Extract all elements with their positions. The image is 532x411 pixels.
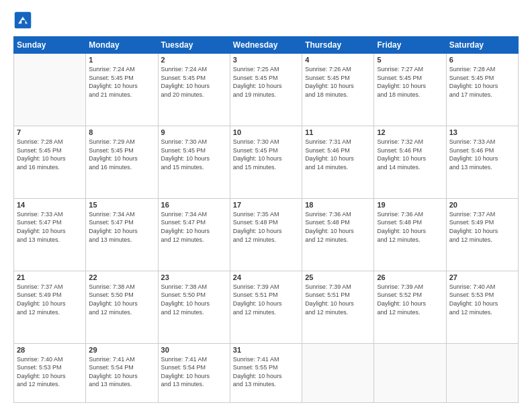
calendar-cell: 26Sunrise: 7:39 AM Sunset: 5:52 PM Dayli…: [374, 271, 446, 343]
calendar-table: SundayMondayTuesdayWednesdayThursdayFrid…: [13, 36, 519, 403]
day-info: Sunrise: 7:30 AM Sunset: 5:45 PM Dayligh…: [233, 138, 299, 171]
day-number: 12: [377, 128, 443, 136]
calendar-cell: 3Sunrise: 7:25 AM Sunset: 5:45 PM Daylig…: [230, 54, 302, 126]
day-number: 30: [161, 346, 227, 354]
logo-icon: [13, 11, 32, 30]
day-number: 2: [161, 56, 227, 64]
day-info: Sunrise: 7:32 AM Sunset: 5:46 PM Dayligh…: [377, 138, 443, 171]
weekday-header-thursday: Thursday: [302, 37, 374, 54]
day-info: Sunrise: 7:37 AM Sunset: 5:49 PM Dayligh…: [449, 210, 515, 244]
calendar-cell: 11Sunrise: 7:31 AM Sunset: 5:46 PM Dayli…: [302, 126, 374, 198]
day-info: Sunrise: 7:27 AM Sunset: 5:45 PM Dayligh…: [377, 65, 443, 99]
day-info: Sunrise: 7:26 AM Sunset: 5:45 PM Dayligh…: [305, 65, 371, 99]
calendar-cell: 13Sunrise: 7:33 AM Sunset: 5:46 PM Dayli…: [446, 126, 518, 198]
calendar-cell: 23Sunrise: 7:38 AM Sunset: 5:50 PM Dayli…: [158, 271, 230, 343]
day-number: 7: [17, 128, 83, 136]
weekday-header-sunday: Sunday: [14, 37, 86, 54]
day-number: 28: [17, 346, 83, 354]
calendar-week-row: 14Sunrise: 7:33 AM Sunset: 5:47 PM Dayli…: [14, 198, 519, 271]
svg-rect-2: [21, 20, 25, 25]
day-info: Sunrise: 7:34 AM Sunset: 5:47 PM Dayligh…: [161, 210, 227, 244]
calendar-cell: 12Sunrise: 7:32 AM Sunset: 5:46 PM Dayli…: [374, 126, 446, 198]
weekday-header-friday: Friday: [374, 37, 446, 54]
day-info: Sunrise: 7:24 AM Sunset: 5:45 PM Dayligh…: [89, 65, 154, 99]
day-number: 4: [305, 56, 371, 64]
day-info: Sunrise: 7:36 AM Sunset: 5:48 PM Dayligh…: [377, 210, 443, 244]
weekday-header-wednesday: Wednesday: [230, 37, 302, 54]
calendar-cell: [14, 54, 86, 126]
calendar-week-row: 7Sunrise: 7:28 AM Sunset: 5:45 PM Daylig…: [14, 126, 519, 198]
calendar-cell: [302, 343, 374, 402]
day-info: Sunrise: 7:28 AM Sunset: 5:45 PM Dayligh…: [449, 65, 515, 99]
day-number: 31: [233, 346, 299, 354]
day-info: Sunrise: 7:37 AM Sunset: 5:49 PM Dayligh…: [17, 283, 83, 316]
day-number: 15: [89, 201, 154, 209]
day-info: Sunrise: 7:35 AM Sunset: 5:48 PM Dayligh…: [233, 210, 299, 244]
calendar-cell: 30Sunrise: 7:41 AM Sunset: 5:54 PM Dayli…: [158, 343, 230, 402]
calendar-cell: 29Sunrise: 7:41 AM Sunset: 5:54 PM Dayli…: [86, 343, 158, 402]
header: [13, 11, 519, 30]
calendar-cell: 17Sunrise: 7:35 AM Sunset: 5:48 PM Dayli…: [230, 198, 302, 271]
day-info: Sunrise: 7:34 AM Sunset: 5:47 PM Dayligh…: [89, 210, 154, 244]
day-info: Sunrise: 7:41 AM Sunset: 5:54 PM Dayligh…: [89, 355, 154, 389]
day-number: 18: [305, 201, 371, 209]
calendar-cell: 10Sunrise: 7:30 AM Sunset: 5:45 PM Dayli…: [230, 126, 302, 198]
calendar-cell: 14Sunrise: 7:33 AM Sunset: 5:47 PM Dayli…: [14, 198, 86, 271]
calendar-cell: 16Sunrise: 7:34 AM Sunset: 5:47 PM Dayli…: [158, 198, 230, 271]
calendar-week-row: 28Sunrise: 7:40 AM Sunset: 5:53 PM Dayli…: [14, 343, 519, 402]
weekday-header-saturday: Saturday: [446, 37, 518, 54]
day-info: Sunrise: 7:41 AM Sunset: 5:55 PM Dayligh…: [233, 355, 299, 389]
calendar-week-row: 1Sunrise: 7:24 AM Sunset: 5:45 PM Daylig…: [14, 54, 519, 126]
day-number: 11: [305, 128, 371, 136]
calendar-week-row: 21Sunrise: 7:37 AM Sunset: 5:49 PM Dayli…: [14, 271, 519, 343]
calendar-cell: 18Sunrise: 7:36 AM Sunset: 5:48 PM Dayli…: [302, 198, 374, 271]
calendar-cell: 2Sunrise: 7:24 AM Sunset: 5:45 PM Daylig…: [158, 54, 230, 126]
day-info: Sunrise: 7:31 AM Sunset: 5:46 PM Dayligh…: [305, 138, 371, 171]
day-info: Sunrise: 7:40 AM Sunset: 5:53 PM Dayligh…: [449, 283, 515, 316]
calendar-cell: 27Sunrise: 7:40 AM Sunset: 5:53 PM Dayli…: [446, 271, 518, 343]
day-number: 13: [449, 128, 515, 136]
calendar-cell: 22Sunrise: 7:38 AM Sunset: 5:50 PM Dayli…: [86, 271, 158, 343]
calendar-cell: 28Sunrise: 7:40 AM Sunset: 5:53 PM Dayli…: [14, 343, 86, 402]
calendar-header-row: SundayMondayTuesdayWednesdayThursdayFrid…: [14, 37, 519, 54]
day-number: 19: [377, 201, 443, 209]
day-number: 26: [377, 273, 443, 281]
day-number: 9: [161, 128, 227, 136]
calendar-cell: [374, 343, 446, 402]
day-info: Sunrise: 7:39 AM Sunset: 5:51 PM Dayligh…: [305, 283, 371, 316]
day-number: 14: [17, 201, 83, 209]
day-info: Sunrise: 7:40 AM Sunset: 5:53 PM Dayligh…: [17, 355, 83, 389]
day-info: Sunrise: 7:38 AM Sunset: 5:50 PM Dayligh…: [161, 283, 227, 316]
calendar-cell: 25Sunrise: 7:39 AM Sunset: 5:51 PM Dayli…: [302, 271, 374, 343]
day-number: 17: [233, 201, 299, 209]
day-number: 25: [305, 273, 371, 281]
day-info: Sunrise: 7:25 AM Sunset: 5:45 PM Dayligh…: [233, 65, 299, 99]
day-number: 20: [449, 201, 515, 209]
calendar-cell: 21Sunrise: 7:37 AM Sunset: 5:49 PM Dayli…: [14, 271, 86, 343]
day-info: Sunrise: 7:30 AM Sunset: 5:45 PM Dayligh…: [161, 138, 227, 171]
day-number: 29: [89, 346, 154, 354]
weekday-header-tuesday: Tuesday: [158, 37, 230, 54]
day-number: 5: [377, 56, 443, 64]
day-number: 3: [233, 56, 299, 64]
day-info: Sunrise: 7:28 AM Sunset: 5:45 PM Dayligh…: [17, 138, 83, 171]
calendar-cell: [446, 343, 518, 402]
calendar-cell: 4Sunrise: 7:26 AM Sunset: 5:45 PM Daylig…: [302, 54, 374, 126]
logo: [13, 11, 35, 30]
day-info: Sunrise: 7:29 AM Sunset: 5:45 PM Dayligh…: [89, 138, 154, 171]
calendar-cell: 24Sunrise: 7:39 AM Sunset: 5:51 PM Dayli…: [230, 271, 302, 343]
day-number: 24: [233, 273, 299, 281]
day-number: 16: [161, 201, 227, 209]
calendar-cell: 1Sunrise: 7:24 AM Sunset: 5:45 PM Daylig…: [86, 54, 158, 126]
day-number: 1: [89, 56, 154, 64]
day-number: 21: [17, 273, 83, 281]
day-number: 10: [233, 128, 299, 136]
day-info: Sunrise: 7:33 AM Sunset: 5:46 PM Dayligh…: [449, 138, 515, 171]
day-info: Sunrise: 7:41 AM Sunset: 5:54 PM Dayligh…: [161, 355, 227, 389]
day-info: Sunrise: 7:36 AM Sunset: 5:48 PM Dayligh…: [305, 210, 371, 244]
day-number: 8: [89, 128, 154, 136]
calendar-cell: 8Sunrise: 7:29 AM Sunset: 5:45 PM Daylig…: [86, 126, 158, 198]
day-info: Sunrise: 7:39 AM Sunset: 5:52 PM Dayligh…: [377, 283, 443, 316]
calendar-cell: 20Sunrise: 7:37 AM Sunset: 5:49 PM Dayli…: [446, 198, 518, 271]
day-number: 27: [449, 273, 515, 281]
